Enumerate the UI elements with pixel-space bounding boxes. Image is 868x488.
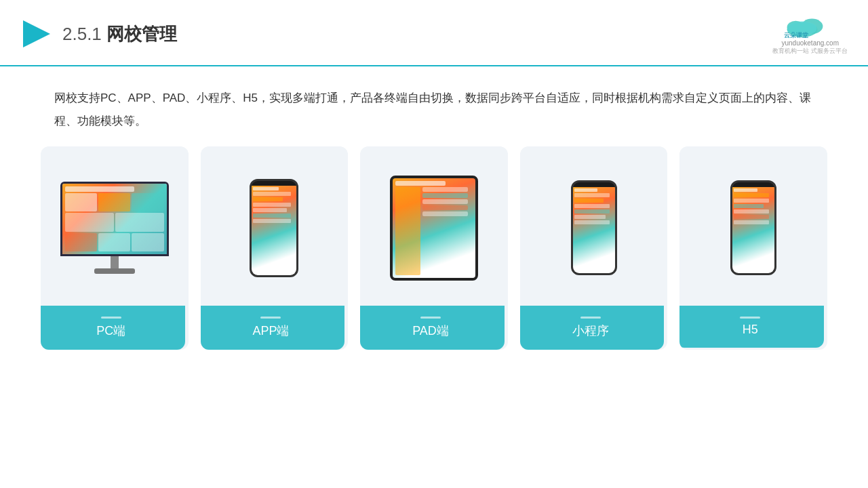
- page-title: 2.5.1 网校管理: [62, 22, 177, 46]
- logo-area: 云朵课堂 yunduoketang.com 教育机构一站 式服务云平台: [772, 12, 848, 56]
- card-miniapp: 小程序: [520, 146, 668, 350]
- miniapp-image: [527, 160, 661, 296]
- app-image: [208, 160, 342, 296]
- phone-app: [250, 179, 298, 277]
- card-h5: H5: [679, 146, 827, 350]
- cards-container: PC端 A: [41, 146, 827, 350]
- svg-marker-0: [23, 20, 50, 47]
- play-icon: [20, 18, 53, 50]
- card-label-h5: H5: [679, 306, 824, 348]
- phone-miniapp: [571, 180, 617, 275]
- pc-image: [47, 160, 182, 296]
- svg-text:云朵课堂: 云朵课堂: [784, 32, 808, 39]
- h5-image: [686, 160, 821, 296]
- pc-monitor: [60, 182, 169, 274]
- card-pc: PC端: [41, 146, 189, 350]
- pad-image: [367, 160, 501, 296]
- logo-tagline: 教育机构一站 式服务云平台: [772, 47, 848, 56]
- header: 2.5.1 网校管理 云朵课堂 yunduoketang.com 教育机构一站 …: [0, 0, 868, 66]
- card-label-pad: PAD端: [360, 306, 505, 350]
- header-left: 2.5.1 网校管理: [20, 18, 177, 50]
- logo-url: yunduoketang.com: [781, 39, 839, 47]
- card-label-app: APP端: [201, 306, 345, 350]
- phone-h5: [730, 180, 776, 275]
- card-label-miniapp: 小程序: [520, 306, 665, 350]
- card-pad: PAD端: [360, 146, 508, 350]
- card-label-pc: PC端: [41, 306, 185, 350]
- tablet-pad: [390, 176, 478, 281]
- description-text: 网校支持PC、APP、PAD、小程序、H5，实现多端打通，产品各终端自由切换，数…: [54, 87, 814, 133]
- card-app: APP端: [201, 146, 349, 350]
- logo-cloud-icon: 云朵课堂: [780, 12, 841, 39]
